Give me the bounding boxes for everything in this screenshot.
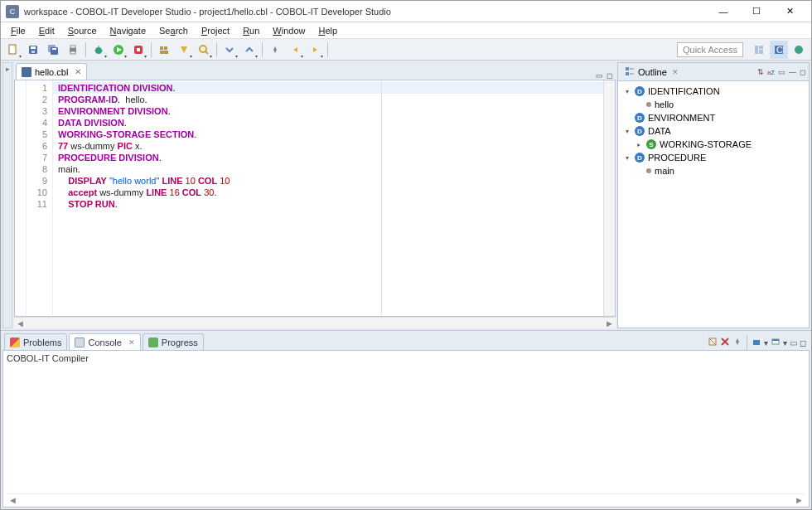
tree-twist-icon[interactable]: ▾ [623, 154, 631, 162]
outline-node[interactable]: DENVIRONMENT [623, 111, 804, 124]
tree-twist-icon[interactable]: ▸ [635, 141, 643, 148]
svg-point-10 [95, 47, 102, 54]
console-hscrollbar[interactable]: ◄► [7, 493, 805, 505]
menu-search[interactable]: Search [152, 24, 195, 37]
new-button[interactable] [4, 41, 22, 59]
debug-perspective-button[interactable] [790, 41, 808, 59]
svg-rect-29 [626, 72, 629, 75]
console-output[interactable] [7, 364, 805, 493]
maximize-button[interactable]: ☐ [740, 2, 773, 21]
progress-icon [148, 338, 158, 347]
external-tools-button[interactable] [129, 41, 147, 59]
close-outline-icon[interactable]: ✕ [672, 68, 679, 76]
tab-console[interactable]: Console✕ [69, 333, 140, 350]
console-clear-icon[interactable] [708, 337, 718, 348]
code-line[interactable]: PROCEDURE DIVISION. [53, 152, 603, 163]
svg-rect-19 [164, 46, 167, 50]
run-button[interactable] [109, 41, 128, 59]
menu-edit[interactable]: Edit [32, 24, 61, 37]
maximize-bottom-icon[interactable]: ◻ [800, 338, 806, 347]
maximize-outline-icon[interactable]: ◻ [800, 68, 805, 76]
outline-tree[interactable]: ▾DIDENTIFICATIONhelloDENVIRONMENT▾DDATA▸… [618, 81, 809, 328]
code-line[interactable]: 77 ws-dummy PIC x. [53, 140, 603, 152]
outline-tab[interactable]: Outline ✕ [621, 65, 682, 80]
console-display-icon[interactable]: ▾ [764, 338, 768, 347]
menu-window[interactable]: Window [266, 24, 312, 37]
code-line[interactable]: PROGRAM-ID. hello. [53, 94, 603, 105]
code-line[interactable]: IDENTIFICATION DIVISION. [53, 82, 603, 94]
menu-run[interactable]: Run [236, 24, 266, 37]
editor[interactable]: 1234567891011 IDENTIFICATION DIVISION.PR… [14, 80, 616, 317]
outline-node[interactable]: ▸SWORKING-STORAGE [623, 138, 804, 151]
svg-point-20 [200, 46, 206, 52]
editor-hscrollbar[interactable]: ◄► [14, 317, 616, 328]
search-button[interactable] [195, 41, 213, 59]
outline-collapse-icon[interactable]: ▭ [778, 68, 785, 76]
outline-node[interactable]: main [623, 164, 804, 177]
menu-file[interactable]: File [4, 24, 32, 37]
console-remove-icon[interactable] [720, 337, 730, 348]
tab-problems-label: Problems [23, 338, 61, 347]
open-type-button[interactable] [175, 41, 193, 59]
save-button[interactable] [24, 41, 42, 59]
close-console-icon[interactable]: ✕ [128, 338, 135, 347]
minimize-button[interactable]: — [707, 2, 740, 21]
code-line[interactable]: STOP RUN. [53, 198, 603, 210]
editor-vscrollbar[interactable] [603, 80, 615, 316]
tree-node-icon: D [635, 113, 645, 123]
outline-node[interactable]: ▾DDATA [623, 124, 804, 138]
outline-node[interactable]: ▾DIDENTIFICATION [623, 85, 804, 98]
code-line[interactable]: DISPLAY "hello world" LINE 10 COL 10 [53, 175, 603, 187]
outline-sort-icon[interactable]: ⇅ [757, 68, 764, 76]
tab-progress[interactable]: Progress [143, 333, 204, 350]
tree-node-icon: D [635, 86, 645, 96]
pin-editor-button[interactable] [266, 41, 284, 59]
code-area[interactable]: IDENTIFICATION DIVISION.PROGRAM-ID. hell… [53, 80, 603, 316]
cobol-perspective-button[interactable]: C [770, 41, 788, 59]
breakpoint-ruler[interactable] [15, 80, 27, 316]
minimize-bottom-icon[interactable]: ▭ [790, 338, 797, 347]
build-button[interactable] [155, 41, 173, 59]
tree-twist-icon[interactable]: ▾ [623, 88, 631, 95]
quick-access-field[interactable]: Quick Access [677, 42, 743, 57]
restore-view-icon[interactable]: ▸ [6, 65, 10, 73]
code-line[interactable]: WORKING-STORAGE SECTION. [53, 129, 603, 140]
code-line[interactable]: ENVIRONMENT DIVISION. [53, 105, 603, 117]
console-open-icon[interactable] [771, 337, 781, 348]
editor-tab-hello[interactable]: hello.cbl ✕ [16, 63, 87, 80]
code-line[interactable]: main. [53, 163, 603, 175]
code-line[interactable]: DATA DIVISION. [53, 117, 603, 129]
svg-rect-17 [160, 51, 168, 54]
debug-button[interactable] [89, 41, 108, 59]
menu-help[interactable]: Help [312, 24, 345, 37]
maximize-editor-icon[interactable]: ◻ [607, 71, 612, 80]
console-scroll-lock-icon[interactable] [752, 337, 761, 348]
outline-node[interactable]: ▾DPROCEDURE [623, 151, 804, 164]
console-pin-icon[interactable] [732, 337, 742, 348]
tab-problems[interactable]: Problems [4, 333, 67, 350]
app-icon: C [6, 5, 19, 18]
close-button[interactable]: ✕ [773, 2, 806, 21]
save-all-button[interactable] [44, 41, 62, 59]
code-line[interactable]: accept ws-dummy LINE 16 COL 30. [53, 187, 603, 198]
back-button[interactable] [286, 41, 304, 59]
print-button[interactable] [64, 41, 82, 59]
menu-source[interactable]: Source [61, 24, 104, 37]
editor-area: hello.cbl ✕ ▭ ◻ 1234567891011 IDENTIFICA… [14, 62, 616, 328]
outline-node[interactable]: hello [623, 98, 804, 111]
next-annotation-button[interactable] [220, 41, 239, 59]
minimize-editor-icon[interactable]: ▭ [596, 71, 603, 80]
toolbar-separator [327, 42, 328, 57]
close-tab-icon[interactable]: ✕ [75, 67, 81, 76]
minimize-outline-icon[interactable]: — [789, 68, 796, 76]
console-new-icon[interactable]: ▾ [783, 338, 787, 347]
svg-rect-9 [70, 51, 75, 54]
toolbar-separator [85, 42, 86, 57]
prev-annotation-button[interactable] [240, 41, 259, 59]
menu-project[interactable]: Project [195, 24, 236, 37]
outline-az-icon[interactable]: az [767, 68, 775, 76]
open-perspective-button[interactable] [750, 41, 768, 59]
menu-navigate[interactable]: Navigate [104, 24, 152, 37]
forward-button[interactable] [306, 41, 324, 59]
tree-twist-icon[interactable]: ▾ [623, 128, 631, 135]
